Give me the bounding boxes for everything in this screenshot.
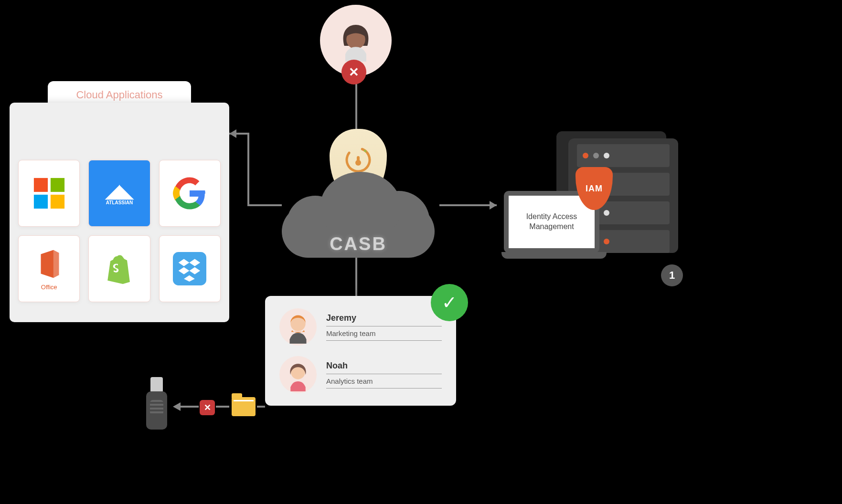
svg-marker-1	[229, 129, 236, 138]
app-shopify	[88, 235, 150, 302]
app-microsoft	[18, 160, 80, 227]
casb-label: CASB	[272, 234, 444, 254]
user-name: Jeremy	[326, 313, 442, 326]
svg-rect-12	[51, 195, 64, 209]
usb-drive-icon	[143, 377, 170, 434]
svg-rect-16	[357, 156, 360, 163]
svg-rect-10	[51, 178, 64, 192]
user-row: Jeremy Marketing team	[279, 308, 442, 346]
deny-badge-icon: ✕	[341, 60, 366, 84]
svg-rect-9	[34, 178, 48, 192]
user-team: Analytics team	[326, 377, 442, 388]
svg-rect-11	[34, 195, 48, 209]
deny-transfer-icon: ✕	[200, 400, 215, 415]
authorized-users-card: ✓ Jeremy Marketing team Noah Analytics t…	[265, 296, 456, 406]
user-row: Noah Analytics team	[279, 356, 442, 393]
svg-marker-8	[173, 402, 181, 411]
casb-node: CASB	[272, 129, 444, 253]
folder-icon	[232, 397, 256, 416]
user-avatar-icon	[279, 308, 317, 346]
svg-marker-3	[490, 201, 497, 210]
user-name: Noah	[326, 361, 442, 374]
approve-badge-icon: ✓	[431, 284, 468, 321]
cloud-applications-card: ◢◣ ATLASSIAN Office	[10, 103, 229, 322]
app-dropbox	[159, 235, 221, 302]
iam-node: Identity Access Management IAM 1	[501, 138, 678, 262]
app-google	[159, 160, 221, 227]
app-atlassian: ◢◣ ATLASSIAN	[88, 160, 150, 227]
user-avatar-icon	[279, 356, 317, 393]
step-number-badge: 1	[661, 264, 683, 286]
app-office: Office	[18, 235, 80, 302]
user-team: Marketing team	[326, 329, 442, 341]
